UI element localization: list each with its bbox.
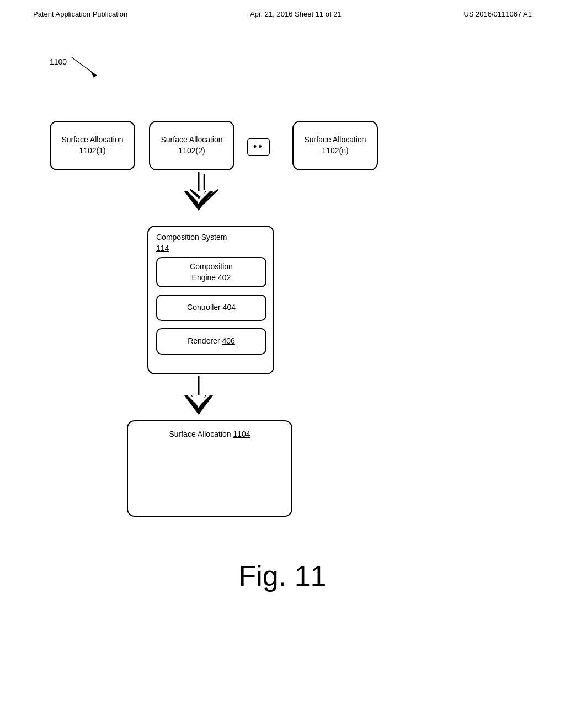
surface-allocation-n: Surface Allocation 1102(n) — [292, 121, 378, 170]
sa1-line1: Surface Allocation — [61, 135, 123, 146]
cs-title-line2: 114 — [156, 244, 169, 253]
san-line1: Surface Allocation — [304, 135, 366, 146]
sa2-line2: 1102(2) — [161, 146, 222, 157]
sa1-line2: 1102(1) — [61, 146, 123, 157]
ce-line1: Composition — [190, 262, 233, 271]
figure-label: Fig. 11 — [0, 559, 565, 592]
surface-allocation-1104-box: Surface Allocation 1104 — [127, 420, 292, 517]
header-left: Patent Application Publication — [33, 10, 127, 18]
bottom-box-label: Surface Allocation 1104 — [169, 430, 250, 438]
diagram-area: 1100 Surface Allocation 1102(1) Surface … — [0, 24, 565, 675]
svg-line-0 — [72, 57, 97, 76]
composition-system-box: Composition System 114 Composition Engin… — [147, 226, 274, 374]
arrow-1 — [171, 172, 226, 216]
controller-box: Controller 404 — [156, 295, 266, 321]
composition-engine-box: Composition Engine 402 — [156, 257, 266, 287]
surface-allocation-2: Surface Allocation 1102(2) — [149, 121, 234, 170]
rend-label: Renderer 406 — [188, 336, 235, 345]
san-line2: 1102(n) — [304, 146, 366, 157]
header-right: US 2016/0111067 A1 — [463, 10, 532, 18]
ce-line2: Engine 402 — [192, 273, 231, 282]
cs-title-line1: Composition System — [156, 233, 227, 242]
ctrl-label: Controller 404 — [187, 303, 236, 312]
diagram-label-1100: 1100 — [50, 57, 67, 66]
ellipsis-dots: •• — [247, 138, 270, 156]
header-center: Apr. 21, 2016 Sheet 11 of 21 — [250, 10, 342, 18]
surface-allocation-1: Surface Allocation 1102(1) — [50, 121, 135, 170]
arrow-2 — [171, 376, 226, 420]
renderer-box: Renderer 406 — [156, 328, 266, 355]
page-header: Patent Application Publication Apr. 21, … — [0, 0, 565, 24]
sa2-line1: Surface Allocation — [161, 135, 222, 146]
